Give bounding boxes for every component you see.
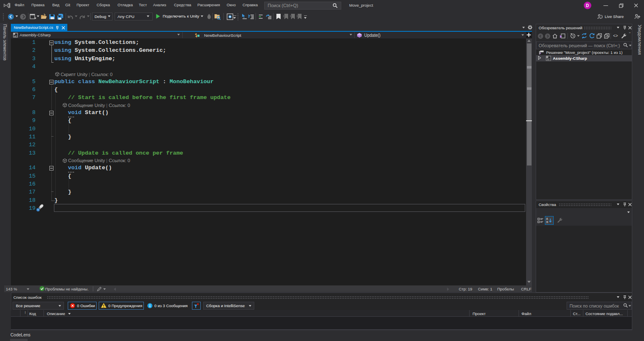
svg-text:А: А bbox=[546, 217, 548, 220]
svg-text:Я: Я bbox=[546, 221, 548, 224]
